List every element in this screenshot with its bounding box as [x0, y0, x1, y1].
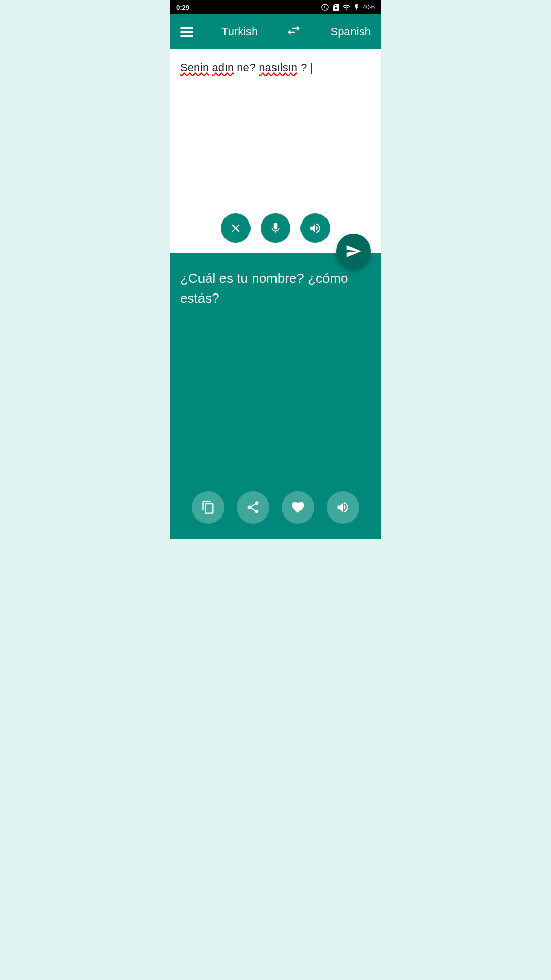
microphone-button[interactable]	[261, 213, 290, 243]
send-icon	[345, 243, 362, 259]
speaker-icon	[336, 500, 350, 514]
input-section: Senin adın ne? nasılsın ?	[170, 49, 381, 253]
text-cursor	[311, 63, 312, 74]
speak-input-button[interactable]	[300, 213, 330, 243]
battery-level: 40%	[363, 4, 375, 11]
source-word-3: nasılsın	[259, 61, 297, 74]
output-actions-bar	[170, 491, 381, 524]
charging-icon	[353, 4, 360, 11]
translate-button[interactable]	[336, 234, 371, 268]
output-section: ¿Cuál es tu nombre? ¿cómo estás?	[170, 253, 381, 539]
heart-icon	[291, 500, 305, 514]
source-text-input[interactable]: Senin adın ne? nasılsın ?	[180, 59, 371, 202]
share-icon	[246, 500, 260, 514]
source-word-2: adın	[212, 61, 234, 74]
favorite-button[interactable]	[282, 491, 314, 524]
status-time: 0:29	[176, 4, 189, 11]
translated-text: ¿Cuál es tu nombre? ¿cómo estás?	[180, 268, 371, 308]
target-language-button[interactable]: Spanish	[330, 25, 371, 38]
swap-languages-button[interactable]	[286, 22, 302, 42]
source-language-button[interactable]: Turkish	[221, 25, 258, 38]
volume-icon	[309, 222, 322, 235]
menu-button[interactable]	[180, 27, 193, 37]
clear-button[interactable]	[221, 213, 251, 243]
status-icons: 40%	[321, 3, 375, 11]
sim-icon	[332, 3, 340, 11]
signal-icon	[342, 3, 350, 11]
copy-icon	[201, 500, 215, 514]
close-icon	[229, 222, 242, 235]
source-word-1: Senin	[180, 61, 209, 74]
top-bar: Turkish Spanish	[170, 14, 381, 49]
speak-output-button[interactable]	[327, 491, 359, 524]
share-button[interactable]	[237, 491, 269, 524]
alarm-icon	[321, 3, 329, 11]
status-bar: 0:29 40%	[170, 0, 381, 14]
copy-button[interactable]	[192, 491, 224, 524]
mic-icon	[269, 222, 282, 235]
